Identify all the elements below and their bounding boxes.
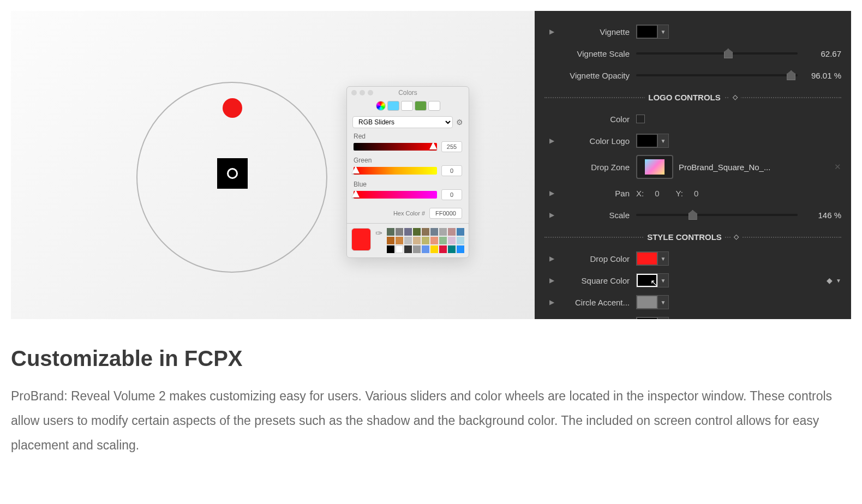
blue-value-input[interactable]: 0 (441, 189, 462, 200)
pan-label: Pan (559, 189, 636, 198)
vignette-color-well[interactable]: ▼ (636, 25, 669, 39)
ring-icon (227, 168, 238, 179)
chevron-down-icon[interactable]: ▼ (836, 278, 841, 284)
red-value-input[interactable]: 255 (441, 141, 462, 152)
vignette-scale-value[interactable]: 62.67 (798, 49, 841, 58)
shadow-color-well[interactable]: ▼ (636, 317, 669, 319)
article-body: Customizable in FCPX ProBrand: Reveal Vo… (0, 330, 862, 474)
window-traffic-lights[interactable] (351, 90, 373, 95)
updown-icon[interactable]: ◇ (729, 93, 741, 101)
pan-x-value[interactable]: 0 (655, 189, 659, 198)
slider-mode-select[interactable]: RGB Sliders (352, 116, 453, 128)
disclose-icon[interactable]: ▶ (544, 277, 559, 284)
circle-accent-color-well[interactable]: ▼ (636, 295, 669, 309)
dropzone-thumbnail (645, 159, 665, 175)
logo-square[interactable] (217, 158, 248, 189)
blue-label: Blue (354, 181, 462, 188)
drop-color-label: Drop Color (559, 254, 636, 263)
pan-y-value[interactable]: 0 (694, 189, 698, 198)
red-label: Red (354, 133, 462, 140)
color-palette-tab-icon[interactable] (401, 101, 413, 111)
disclose-icon[interactable]: ▶ (544, 255, 559, 262)
disclose-icon[interactable]: ▶ (544, 189, 559, 197)
colors-title-label: Colors (398, 89, 417, 97)
keyframe-control[interactable]: ◆ ▼ (827, 276, 841, 285)
color-checkbox[interactable] (636, 115, 645, 123)
blue-slider[interactable] (354, 191, 437, 199)
swatch-grid[interactable] (387, 228, 464, 253)
vignette-opacity-slider[interactable] (636, 74, 798, 76)
color-sliders-tab-icon[interactable] (387, 101, 399, 111)
square-color-well[interactable]: ▼ (636, 273, 669, 287)
article-heading: Customizable in FCPX (11, 346, 851, 371)
gear-icon[interactable]: ⚙ (456, 118, 463, 127)
y-label: Y: (676, 189, 683, 198)
dropzone-well[interactable] (636, 155, 673, 179)
disclose-icon[interactable]: ▶ (544, 28, 559, 35)
clear-dropzone-icon[interactable]: ✕ (834, 162, 841, 172)
chevron-down-icon[interactable]: ▼ (657, 274, 668, 287)
scale-label: Scale (559, 211, 636, 220)
article-paragraph: ProBrand: Reveal Volume 2 makes customiz… (11, 384, 851, 458)
vignette-opacity-value[interactable]: 96.01 % (798, 71, 841, 80)
inspector-panel: ▶ Vignette ▼ Vignette Scale 62.67 Vignet… (535, 11, 851, 319)
logo-color-label: Color (559, 115, 636, 124)
chevron-down-icon[interactable]: ▼ (657, 296, 668, 309)
screenshot-area: Colors RGB Sliders ⚙ Red 255 (11, 11, 851, 319)
green-label: Green (354, 157, 462, 164)
vignette-opacity-label: Vignette Opacity (559, 71, 636, 80)
vignette-label: Vignette (559, 27, 636, 37)
circle-accent-label: Circle Accent... (559, 298, 636, 307)
color-image-tab-icon[interactable] (415, 101, 427, 111)
drop-color-dot[interactable] (223, 98, 242, 118)
green-value-input[interactable]: 0 (441, 165, 462, 176)
square-color-label: Square Color (559, 276, 636, 285)
hex-value-input[interactable]: FF0000 (429, 208, 462, 219)
scale-value[interactable]: 146 % (798, 211, 841, 220)
viewer-canvas[interactable]: Colors RGB Sliders ⚙ Red 255 (11, 11, 535, 319)
red-slider[interactable] (354, 143, 437, 151)
dropzone-label: Drop Zone (559, 163, 636, 172)
hex-label: Hex Color # (393, 210, 425, 217)
color-wheel-tab-icon[interactable] (376, 101, 386, 111)
x-label: X: (636, 189, 644, 198)
updown-icon[interactable]: ◇ (731, 233, 742, 241)
chevron-down-icon[interactable]: ▼ (657, 25, 668, 38)
logo-controls-header[interactable]: LOGO CONTROLS◇ (535, 86, 851, 108)
color-logo-well[interactable]: ▼ (636, 134, 669, 148)
vignette-scale-slider[interactable] (636, 52, 798, 55)
chevron-down-icon[interactable]: ▼ (657, 317, 668, 319)
chevron-down-icon[interactable]: ▼ (657, 134, 668, 147)
current-color-swatch[interactable] (351, 228, 371, 251)
color-logo-label: Color Logo (559, 136, 636, 146)
chevron-down-icon[interactable]: ▼ (657, 252, 668, 265)
disclose-icon[interactable]: ▶ (544, 137, 559, 145)
green-slider[interactable] (354, 167, 437, 175)
disclose-icon[interactable]: ▶ (544, 298, 559, 306)
eyedropper-icon[interactable]: ✑ (375, 228, 382, 238)
color-crayons-tab-icon[interactable] (428, 101, 440, 111)
scale-slider[interactable] (636, 214, 798, 216)
colors-popup: Colors RGB Sliders ⚙ Red 255 (346, 86, 469, 258)
drop-color-well[interactable]: ▼ (636, 251, 669, 266)
disclose-icon[interactable]: ▶ (544, 211, 559, 219)
colors-popup-title: Colors (347, 87, 469, 99)
dropzone-filename[interactable]: ProBrand_Square_No_... (679, 163, 770, 172)
style-controls-header[interactable]: STYLE CONTROLS◇ (535, 226, 851, 248)
color-picker-tabs[interactable] (347, 99, 469, 113)
vignette-scale-label: Vignette Scale (559, 49, 636, 58)
